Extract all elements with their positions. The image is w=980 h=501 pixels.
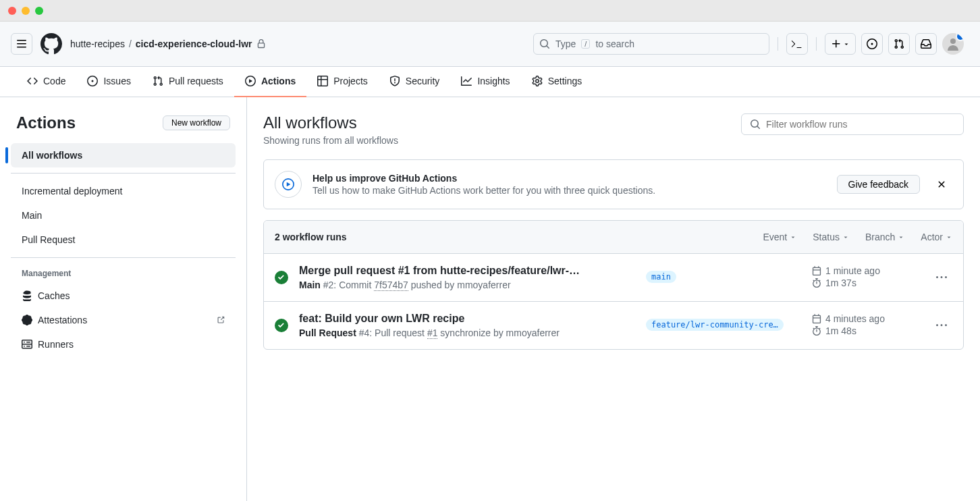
search-input[interactable]: Type / to search bbox=[533, 33, 769, 55]
success-icon bbox=[275, 271, 288, 284]
run-branch-col: main bbox=[646, 271, 801, 285]
divider bbox=[11, 257, 236, 258]
runs-header: 2 workflow runs Event Status Branch bbox=[264, 221, 963, 254]
tab-label: Security bbox=[406, 76, 440, 86]
banner-close-button[interactable] bbox=[931, 174, 952, 195]
run-main: Merge pull request #1 from hutte-recipes… bbox=[299, 265, 635, 290]
breadcrumb-owner[interactable]: hutte-recipes bbox=[70, 38, 125, 49]
sidebar-item-label: All workflows bbox=[22, 150, 82, 161]
breadcrumb-repo[interactable]: cicd-experience-cloud-lwr bbox=[136, 38, 252, 49]
search-icon bbox=[539, 38, 550, 49]
filter-actor[interactable]: Actor bbox=[921, 232, 952, 242]
sidebar-item-runners[interactable]: Runners bbox=[11, 332, 236, 357]
sidebar-item-caches[interactable]: Caches bbox=[11, 284, 236, 308]
runs-count: 2 workflow runs bbox=[275, 232, 347, 242]
filter-input-wrapper[interactable] bbox=[741, 113, 964, 135]
run-meta-suffix: synchronize by mmoyaferrer bbox=[437, 327, 560, 338]
caret-down-icon bbox=[946, 234, 952, 240]
tab-actions[interactable]: Actions bbox=[234, 67, 306, 97]
tab-pull-requests[interactable]: Pull requests bbox=[142, 67, 234, 97]
github-logo-icon[interactable] bbox=[40, 33, 62, 55]
workflow-runs-table: 2 workflow runs Event Status Branch bbox=[263, 220, 964, 350]
workflow-run-row[interactable]: Merge pull request #1 from hutte-recipes… bbox=[264, 254, 963, 302]
window-close-button[interactable] bbox=[8, 7, 16, 15]
main-layout: Actions New workflow All workflows Incre… bbox=[0, 97, 980, 501]
notifications-button[interactable] bbox=[915, 33, 937, 55]
run-title[interactable]: Merge pull request #1 from hutte-recipes… bbox=[299, 265, 635, 277]
window-minimize-button[interactable] bbox=[22, 7, 30, 15]
pull-requests-button[interactable] bbox=[888, 33, 910, 55]
tab-code[interactable]: Code bbox=[16, 67, 76, 97]
tab-insights[interactable]: Insights bbox=[450, 67, 520, 97]
tab-settings[interactable]: Settings bbox=[521, 67, 593, 97]
plus-icon bbox=[831, 38, 842, 49]
run-main: feat: Build your own LWR recipe Pull Req… bbox=[299, 313, 635, 338]
calendar-icon bbox=[812, 266, 821, 275]
caret-down-icon bbox=[843, 41, 850, 47]
run-meta: Main #2: Commit 7f574b7 pushed by mmoyaf… bbox=[299, 280, 635, 290]
run-actions-button[interactable] bbox=[931, 267, 952, 288]
window-chrome bbox=[0, 0, 980, 22]
lock-icon bbox=[256, 39, 266, 49]
separator bbox=[816, 37, 817, 51]
sidebar-item-all-workflows[interactable]: All workflows bbox=[11, 143, 236, 167]
hamburger-menu-button[interactable] bbox=[11, 33, 32, 55]
run-commit-link[interactable]: 7f574b7 bbox=[374, 280, 408, 291]
filter-label: Branch bbox=[865, 232, 895, 242]
window-maximize-button[interactable] bbox=[35, 7, 43, 15]
pull-request-icon bbox=[153, 76, 163, 86]
tab-projects[interactable]: Projects bbox=[306, 67, 379, 97]
content-header: All workflows Showing runs from all work… bbox=[263, 113, 964, 146]
run-pr-link[interactable]: #1 bbox=[427, 327, 438, 339]
page-title: All workflows bbox=[263, 113, 398, 132]
sidebar-item-label: Runners bbox=[38, 339, 74, 350]
caret-down-icon bbox=[790, 234, 796, 240]
inbox-icon bbox=[921, 38, 931, 49]
run-meta: Pull Request #4: Pull request #1 synchro… bbox=[299, 327, 635, 338]
sidebar-item-attestations[interactable]: Attestations bbox=[11, 308, 236, 332]
tab-issues[interactable]: Issues bbox=[76, 67, 141, 97]
tab-security[interactable]: Security bbox=[379, 67, 451, 97]
sidebar-item-label: Caches bbox=[38, 290, 70, 301]
command-palette-button[interactable] bbox=[786, 33, 808, 55]
graph-icon bbox=[461, 76, 472, 86]
sidebar-item-workflow[interactable]: Main bbox=[11, 203, 236, 228]
run-actions-button[interactable] bbox=[931, 315, 952, 336]
run-meta-prefix: : Pull request bbox=[369, 327, 427, 338]
sidebar-item-workflow[interactable]: Pull Request bbox=[11, 228, 236, 252]
sidebar-section-label: Management bbox=[11, 263, 236, 284]
run-workflow-name: Pull Request bbox=[299, 327, 356, 338]
run-time-ago: 1 minute ago bbox=[825, 265, 880, 276]
filter-status[interactable]: Status bbox=[813, 232, 849, 242]
search-text-suffix: to search bbox=[595, 38, 634, 49]
new-workflow-button[interactable]: New workflow bbox=[163, 115, 230, 130]
filter-branch[interactable]: Branch bbox=[865, 232, 904, 242]
run-title[interactable]: feat: Build your own LWR recipe bbox=[299, 313, 635, 325]
filter-label: Status bbox=[813, 232, 840, 242]
filter-input[interactable] bbox=[766, 119, 955, 130]
run-meta-suffix: pushed by mmoyaferrer bbox=[408, 280, 511, 290]
user-avatar[interactable] bbox=[942, 33, 964, 55]
workflow-run-row[interactable]: feat: Build your own LWR recipe Pull Req… bbox=[264, 302, 963, 349]
branch-badge[interactable]: feature/lwr-community-cre… bbox=[646, 319, 784, 331]
code-icon bbox=[27, 76, 38, 86]
top-header: hutte-recipes / cicd-experience-cloud-lw… bbox=[0, 22, 980, 67]
tab-label: Pull requests bbox=[169, 76, 223, 86]
play-icon bbox=[282, 178, 294, 190]
avatar-placeholder-icon bbox=[945, 36, 961, 52]
separator bbox=[778, 37, 778, 51]
filter-label: Actor bbox=[921, 232, 943, 242]
close-icon bbox=[936, 179, 947, 190]
filter-label: Event bbox=[763, 232, 787, 242]
filter-event[interactable]: Event bbox=[763, 232, 796, 242]
create-new-button[interactable] bbox=[825, 33, 856, 55]
run-time-ago: 4 minutes ago bbox=[825, 313, 885, 324]
sidebar-item-workflow[interactable]: Incremental deployment bbox=[11, 179, 236, 203]
banner-description: Tell us how to make GitHub Actions work … bbox=[312, 185, 826, 196]
issues-button[interactable] bbox=[861, 33, 883, 55]
breadcrumb: hutte-recipes / cicd-experience-cloud-lw… bbox=[70, 38, 266, 49]
success-icon bbox=[275, 319, 288, 332]
give-feedback-button[interactable]: Give feedback bbox=[837, 175, 921, 194]
branch-badge[interactable]: main bbox=[646, 271, 676, 283]
search-text-prefix: Type bbox=[555, 38, 576, 49]
